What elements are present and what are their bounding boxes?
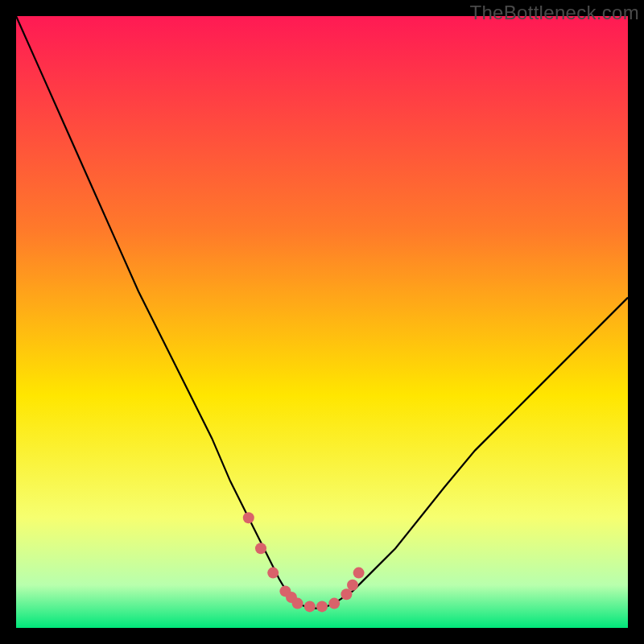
marker-dot xyxy=(267,568,279,579)
marker-dot xyxy=(316,601,328,612)
chart-canvas xyxy=(16,16,628,628)
marker-dot xyxy=(292,598,303,609)
marker-dot xyxy=(353,568,365,579)
marker-dot xyxy=(328,598,340,609)
marker-dot xyxy=(304,601,316,612)
marker-dot xyxy=(243,512,254,523)
marker-dot xyxy=(341,588,352,600)
gradient-background xyxy=(16,16,628,628)
watermark-text: TheBottleneck.com xyxy=(469,2,639,24)
marker-dot xyxy=(347,580,358,591)
chart-frame xyxy=(16,16,628,628)
marker-dot xyxy=(255,543,266,554)
